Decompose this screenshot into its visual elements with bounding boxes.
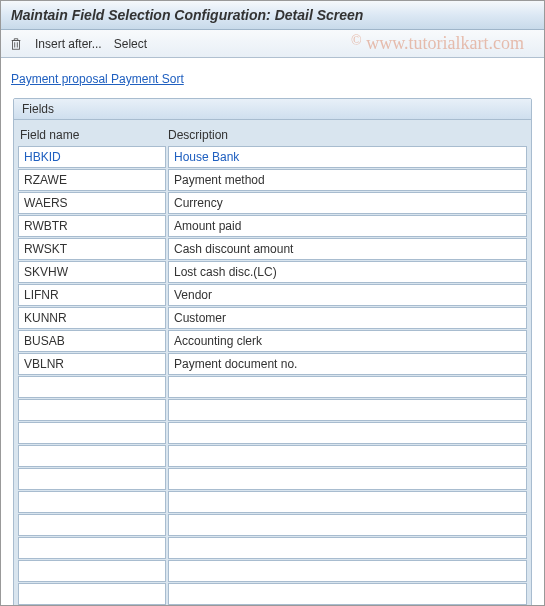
field-name-cell[interactable] [18, 583, 166, 605]
content-area: Payment proposal Payment Sort Fields Fie… [1, 58, 544, 606]
payment-proposal-link[interactable]: Payment proposal Payment Sort [11, 72, 184, 86]
insert-after-button[interactable]: Insert after... [35, 37, 102, 51]
col-header-fieldname: Field name [20, 128, 168, 142]
table-row [18, 376, 527, 398]
description-cell[interactable]: Lost cash disc.(LC) [168, 261, 527, 283]
field-name-cell[interactable]: BUSAB [18, 330, 166, 352]
table-row: SKVHWLost cash disc.(LC) [18, 261, 527, 283]
field-name-cell[interactable]: RZAWE [18, 169, 166, 191]
field-name-cell[interactable]: VBLNR [18, 353, 166, 375]
table-row [18, 399, 527, 421]
field-name-cell[interactable] [18, 445, 166, 467]
description-cell[interactable]: Customer [168, 307, 527, 329]
field-name-cell[interactable] [18, 399, 166, 421]
table-row: RWSKTCash discount amount [18, 238, 527, 260]
field-name-cell[interactable] [18, 491, 166, 513]
description-cell[interactable] [168, 491, 527, 513]
groupbox-title: Fields [14, 99, 531, 120]
table-row [18, 491, 527, 513]
description-cell[interactable]: Vendor [168, 284, 527, 306]
description-cell[interactable]: House Bank [168, 146, 527, 168]
delete-icon[interactable] [9, 37, 23, 51]
field-name-cell[interactable]: RWSKT [18, 238, 166, 260]
description-cell[interactable]: Cash discount amount [168, 238, 527, 260]
table-row [18, 514, 527, 536]
table-row [18, 583, 527, 605]
description-cell[interactable] [168, 514, 527, 536]
description-cell[interactable]: Accounting clerk [168, 330, 527, 352]
table-row: WAERSCurrency [18, 192, 527, 214]
table-row: RZAWEPayment method [18, 169, 527, 191]
field-name-cell[interactable] [18, 537, 166, 559]
description-cell[interactable]: Payment document no. [168, 353, 527, 375]
table-row: LIFNRVendor [18, 284, 527, 306]
fields-groupbox: Fields Field name Description HBKIDHouse… [13, 98, 532, 606]
col-header-description: Description [168, 128, 527, 142]
field-name-cell[interactable] [18, 422, 166, 444]
field-name-cell[interactable]: SKVHW [18, 261, 166, 283]
description-cell[interactable]: Currency [168, 192, 527, 214]
table-row: RWBTRAmount paid [18, 215, 527, 237]
description-cell[interactable]: Amount paid [168, 215, 527, 237]
page-title: Maintain Field Selection Configuration: … [11, 7, 363, 23]
field-name-cell[interactable]: LIFNR [18, 284, 166, 306]
column-headers: Field name Description [18, 126, 527, 146]
table-row: VBLNRPayment document no. [18, 353, 527, 375]
table-row [18, 537, 527, 559]
description-cell[interactable] [168, 583, 527, 605]
field-name-cell[interactable]: HBKID [18, 146, 166, 168]
table-row [18, 560, 527, 582]
description-cell[interactable] [168, 445, 527, 467]
table-row: HBKIDHouse Bank [18, 146, 527, 168]
toolbar: Insert after... Select [1, 30, 544, 58]
description-cell[interactable] [168, 376, 527, 398]
field-name-cell[interactable] [18, 514, 166, 536]
field-name-cell[interactable]: WAERS [18, 192, 166, 214]
description-cell[interactable] [168, 537, 527, 559]
field-name-cell[interactable] [18, 560, 166, 582]
fields-table: Field name Description HBKIDHouse BankRZ… [14, 120, 531, 606]
description-cell[interactable] [168, 468, 527, 490]
svg-rect-0 [13, 40, 20, 49]
select-button[interactable]: Select [114, 37, 147, 51]
title-bar: Maintain Field Selection Configuration: … [1, 1, 544, 30]
table-row [18, 445, 527, 467]
table-row: BUSABAccounting clerk [18, 330, 527, 352]
field-name-cell[interactable]: KUNNR [18, 307, 166, 329]
description-cell[interactable] [168, 399, 527, 421]
description-cell[interactable] [168, 422, 527, 444]
description-cell[interactable]: Payment method [168, 169, 527, 191]
table-row [18, 422, 527, 444]
table-row: KUNNRCustomer [18, 307, 527, 329]
field-name-cell[interactable] [18, 468, 166, 490]
description-cell[interactable] [168, 560, 527, 582]
field-name-cell[interactable]: RWBTR [18, 215, 166, 237]
table-row [18, 468, 527, 490]
field-name-cell[interactable] [18, 376, 166, 398]
